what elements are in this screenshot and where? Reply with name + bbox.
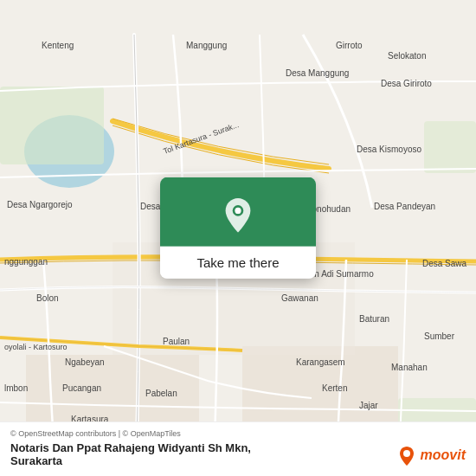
popup-header [160,177,316,247]
moovit-logo: moovit [396,445,466,466]
moovit-text: moovit [421,447,466,463]
take-me-there-button[interactable]: Take me there [160,247,316,279]
moovit-pin-icon [396,445,417,466]
map-attribution: © OpenStreetMap contributors | © OpenMap… [10,429,466,438]
svg-point-43 [403,450,410,457]
bottom-bar: © OpenStreetMap contributors | © OpenMap… [0,421,476,476]
popup-card: Take me there [160,177,316,279]
location-pin-icon [222,195,254,233]
svg-point-42 [235,208,241,214]
map-container: Tol Kartasura - Surak... Kenteng Manggun… [0,0,476,476]
